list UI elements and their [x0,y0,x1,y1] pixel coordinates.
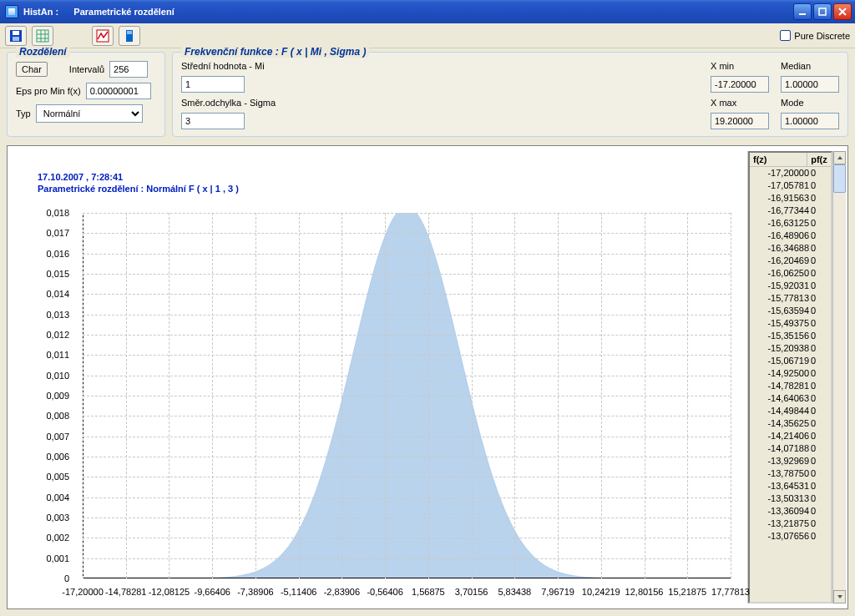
table-row[interactable]: -13,787500 [750,467,831,480]
type-label: Typ [16,109,31,119]
scroll-thumb[interactable] [833,164,846,193]
scroll-down-icon[interactable] [833,590,846,603]
maximize-button[interactable] [813,3,832,20]
table-row[interactable]: -16,773440 [750,204,831,217]
table-row[interactable]: -16,204690 [750,255,831,267]
table-header: f(z) pf(z [750,153,831,167]
table-row[interactable]: -14,071880 [750,442,831,455]
type-select[interactable]: Normální [36,104,143,123]
window-title: Parametrické rozdělení [73,7,174,17]
close-button[interactable] [833,3,852,20]
xmin-label: X min [711,61,769,71]
plot-subtitle: Parametrické rozdělení : Normální F ( x … [38,183,737,194]
y-axis-labels: 00,0010,0020,0030,0040,0050,0060,0070,00… [8,213,74,578]
table-row[interactable]: -16,489060 [750,230,831,242]
svg-rect-1 [819,8,826,15]
toolbar: Pure Discrete [0,23,855,48]
frequency-legend: Frekvenční funkce : F ( x | Mi , Sigma ) [181,46,369,58]
table-row[interactable]: -16,346880 [750,242,831,255]
table-row[interactable]: -17,057810 [750,179,831,192]
mean-label: Střední hodnota - Mi [181,61,276,71]
save-button[interactable] [5,26,27,46]
data-table: f(z) pf(z -17,200000-17,057810-16,915630… [747,151,846,603]
intervals-input[interactable] [109,61,148,78]
col-pfz: pf(z [807,153,831,166]
svg-rect-0 [799,13,806,15]
char-button[interactable]: Char [16,62,48,77]
distribution-legend: Rozdělení [16,46,70,58]
table-body: -17,200000-17,057810-16,915630-16,773440… [750,167,831,602]
table-row[interactable]: -16,631250 [750,217,831,230]
sigma-label: Směr.odchylka - Sigma [181,98,276,108]
xmax-label: X max [711,98,769,108]
table-row[interactable]: -16,062500 [750,267,831,280]
eps-label: Eps pro Min f(x) [16,86,81,96]
frequency-panel: Frekvenční funkce : F ( x | Mi , Sigma )… [172,52,848,137]
app-icon [5,5,18,18]
table-row[interactable]: -14,356250 [750,417,831,430]
table-row[interactable]: -15,635940 [750,305,831,317]
median-output [781,76,839,93]
plot-wrap: 17.10.2007 , 7:28:41 Parametrické rozděl… [8,146,747,608]
plot-area [83,213,731,578]
app-name: HistAn : [23,7,58,17]
table-row[interactable]: -15,067190 [750,355,831,367]
svg-rect-8 [127,31,132,34]
table-row[interactable]: -15,920310 [750,280,831,292]
table-row[interactable]: -13,076560 [750,530,831,543]
table-row[interactable]: -17,200000 [750,167,831,179]
mode-output [781,113,839,129]
minimize-button[interactable] [793,3,812,20]
median-label: Median [781,61,839,71]
table-row[interactable]: -15,778130 [750,292,831,305]
svg-rect-5 [37,30,48,42]
xmin-output [711,76,769,93]
intervals-label: Intervalů [69,64,104,74]
table-row[interactable]: -14,214060 [750,430,831,442]
pure-discrete-label: Pure Discrete [794,31,850,41]
scrollbar[interactable] [832,151,846,603]
table-row[interactable]: -13,929690 [750,455,831,467]
grid-button[interactable] [32,26,53,46]
mode-label: Mode [781,98,839,108]
table-row[interactable]: -15,209380 [750,342,831,355]
scroll-track[interactable] [833,164,846,590]
xmax-output [711,113,769,129]
sigma-input[interactable] [181,113,245,129]
chart-pane: 17.10.2007 , 7:28:41 Parametrické rozděl… [7,145,848,609]
col-fz: f(z) [750,153,807,166]
mean-input[interactable] [181,76,245,93]
svg-rect-3 [13,31,19,35]
table-row[interactable]: -13,218750 [750,518,831,530]
title-bar: HistAn : Parametrické rozdělení [0,0,855,23]
table-row[interactable]: -14,925000 [750,367,831,380]
distribution-panel: Rozdělení Char Intervalů Eps pro Min f(x… [7,52,165,137]
exit-button[interactable] [119,26,140,46]
table-row[interactable]: -14,640630 [750,392,831,405]
x-axis-labels: -17,20000-14,78281-12,08125-9,66406-7,38… [83,587,731,600]
table-row[interactable]: -14,782810 [750,380,831,392]
table-row[interactable]: -13,360940 [750,505,831,518]
plot-date: 17.10.2007 , 7:28:41 [38,171,737,183]
table-row[interactable]: -13,503130 [750,492,831,505]
pure-discrete-checkbox[interactable] [780,30,791,41]
table-row[interactable]: -16,915630 [750,192,831,204]
table-row[interactable]: -15,351560 [750,330,831,342]
x-axis [83,578,731,578]
eps-input[interactable] [86,83,151,99]
table-row[interactable]: -13,645310 [750,480,831,492]
svg-rect-4 [13,37,19,41]
chart-button[interactable] [92,26,114,46]
table-row[interactable]: -15,493750 [750,317,831,330]
table-row[interactable]: -14,498440 [750,405,831,417]
scroll-up-icon[interactable] [833,151,846,164]
